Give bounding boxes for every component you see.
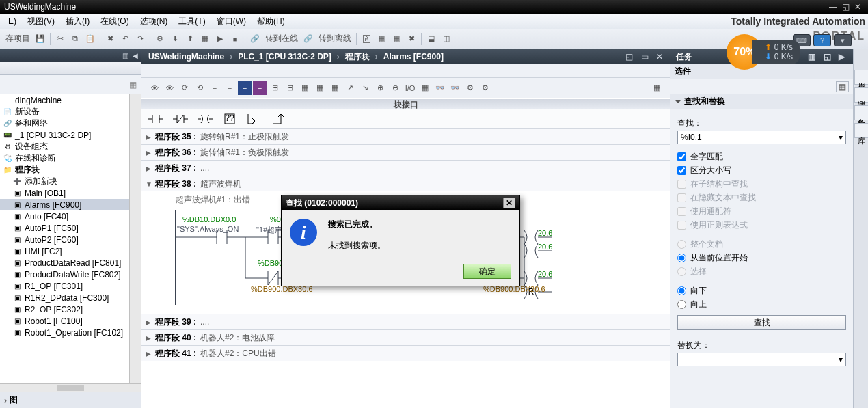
sim-icon[interactable]: ▦ xyxy=(198,32,212,46)
cb-regex[interactable]: 使用正则表达式 xyxy=(677,218,846,232)
r-arrow-icon[interactable]: ▶ xyxy=(839,52,847,62)
lad-coil-icon[interactable] xyxy=(198,113,213,125)
dialog-titlebar[interactable]: 查找 (0102:000001) ✕ xyxy=(282,195,519,210)
copy-icon[interactable]: ⧉ xyxy=(68,32,82,46)
et-6-icon[interactable]: ≡ xyxy=(223,81,236,95)
find-replace-header[interactable]: 查找和替换 xyxy=(670,94,853,109)
menu-edit[interactable]: E) xyxy=(3,16,22,26)
tree-item[interactable]: ▣R2_OP [FC302] xyxy=(0,303,129,315)
go-online-label[interactable]: 转到在线 xyxy=(262,33,301,44)
rb-down[interactable]: 向下 xyxy=(677,284,846,297)
et-3-icon[interactable]: ⟳ xyxy=(178,81,191,95)
segment-header[interactable]: ▶程序段 40 :机器人#2：电池故障 xyxy=(141,330,670,345)
tree-item[interactable]: 📄新设备 xyxy=(0,106,129,118)
paste-icon[interactable]: 📋 xyxy=(83,32,97,46)
rb-selection[interactable]: 选择 xyxy=(677,264,846,278)
find-button[interactable]: 查找 xyxy=(677,315,846,330)
rb-whole-doc[interactable]: 整个文档 xyxy=(677,237,846,251)
caret-right-icon[interactable]: ▶ xyxy=(146,334,155,342)
et-19-icon[interactable]: ▦ xyxy=(418,81,432,95)
et-4-icon[interactable]: ⟲ xyxy=(193,81,206,95)
menu-tools[interactable]: 工具(T) xyxy=(173,16,211,27)
ed-min-icon[interactable]: — xyxy=(610,52,621,62)
et-13-icon[interactable]: ▦ xyxy=(328,81,342,95)
go-online-icon[interactable]: 🔗 xyxy=(248,32,262,46)
et-11-icon[interactable]: ▦ xyxy=(298,81,312,95)
compile-icon[interactable]: ⚙ xyxy=(153,32,167,46)
menu-insert[interactable]: 插入(I) xyxy=(60,16,95,27)
cb-match-case[interactable]: 区分大小写 xyxy=(677,163,846,177)
h-scroll-thumb[interactable] xyxy=(57,385,84,391)
et-opts-icon[interactable]: ▦ xyxy=(650,81,664,95)
c-icon[interactable]: ▦ xyxy=(390,32,403,46)
caret-right-icon[interactable]: ▶ xyxy=(146,149,155,157)
vtab-instructions[interactable]: 指令 xyxy=(854,70,868,85)
tree-item[interactable]: ▣R1_OP [FC301] xyxy=(0,280,129,292)
upload-icon[interactable]: ⬆ xyxy=(183,32,197,46)
segment-header[interactable]: ▶程序段 37 :.... xyxy=(141,161,670,176)
delete-icon[interactable]: ✖ xyxy=(103,32,117,46)
cb-substructure[interactable]: 在子结构中查找 xyxy=(677,177,846,191)
cb-wildcard[interactable]: 使用通配符 xyxy=(677,204,846,218)
et-20-icon[interactable]: 👓 xyxy=(433,81,447,95)
et-15-icon[interactable]: ↘ xyxy=(358,81,372,95)
et-10-icon[interactable]: ⊟ xyxy=(283,81,297,95)
tree-footer-tab[interactable]: › 图 xyxy=(0,392,141,408)
crumb-3[interactable]: Alarms [FC900] xyxy=(381,52,446,62)
tree-item[interactable]: 📁程序块 xyxy=(0,164,129,176)
ed-rest-icon[interactable]: ◱ xyxy=(625,52,636,62)
tree-item[interactable]: ▣Auto [FC40] xyxy=(0,210,129,222)
dropdown-icon[interactable]: ▾ xyxy=(839,355,843,364)
tree-item[interactable]: ▣AutoP1 [FC50] xyxy=(0,222,129,234)
save-icon[interactable]: 💾 xyxy=(33,32,47,46)
caret-right-icon[interactable]: ▶ xyxy=(146,165,155,172)
lad-contact-no-icon[interactable] xyxy=(148,113,163,125)
rb-up[interactable]: 向上 xyxy=(677,297,846,311)
caret-right-icon[interactable]: ▶ xyxy=(146,318,155,326)
et-9-icon[interactable]: ⊞ xyxy=(268,81,282,95)
et-2-icon[interactable]: 👁 xyxy=(163,81,176,95)
tree-item[interactable]: ▣Alarms [FC900] xyxy=(0,199,129,210)
et-17-icon[interactable]: ⊖ xyxy=(388,81,402,95)
save-project-label[interactable]: 存项目 xyxy=(3,33,33,44)
close-icon[interactable]: ✕ xyxy=(852,2,864,12)
ok-button[interactable]: 确定 xyxy=(463,264,511,279)
cut-icon[interactable]: ✂ xyxy=(53,32,67,46)
replace-input[interactable]: ▾ xyxy=(677,353,846,366)
tree-item[interactable]: ⚙设备组态 xyxy=(0,141,129,152)
tree-item[interactable]: 🔗备和网络 xyxy=(0,118,129,129)
r-rest-icon[interactable]: ◱ xyxy=(824,52,834,62)
vtab-tasks[interactable]: 任务 xyxy=(854,105,868,120)
chip-help-icon[interactable]: ? xyxy=(813,34,831,46)
caret-right-icon[interactable]: ▶ xyxy=(146,350,155,357)
dialog-close-icon[interactable]: ✕ xyxy=(503,198,515,208)
tree-item[interactable]: 🩺在线和诊断 xyxy=(0,152,129,164)
tree-item[interactable]: 📟_1 [CPU 313C-2 DP] xyxy=(0,129,129,141)
menu-help[interactable]: 帮助(H) xyxy=(252,16,290,27)
collapse-icon[interactable]: ▥ xyxy=(122,52,128,59)
tree-item[interactable]: ▣Robot1_Operation [FC102] xyxy=(0,327,129,338)
opt-tool-icon[interactable]: ▦ xyxy=(836,81,849,92)
et-16-icon[interactable]: ⊕ xyxy=(373,81,387,95)
tree-item[interactable]: ▣Robot1 [FC100] xyxy=(0,315,129,327)
tree-item[interactable]: ▣ProductDataRead [FC801] xyxy=(0,257,129,269)
et-8-icon[interactable]: ≡ xyxy=(253,81,267,95)
lad-branch-close-icon[interactable] xyxy=(271,113,286,125)
segment-header[interactable]: ▶程序段 39 :.... xyxy=(141,314,670,329)
et-23-icon[interactable]: ⚙ xyxy=(478,81,492,95)
lad-box-icon[interactable]: ?? xyxy=(222,113,237,125)
et-1-icon[interactable]: 👁 xyxy=(148,81,161,95)
et-7-icon[interactable]: ≡ xyxy=(238,81,252,95)
dropdown-icon[interactable]: ▾ xyxy=(839,133,843,142)
r-pin-icon[interactable]: ▥ xyxy=(808,52,818,62)
undo-icon[interactable]: ↶ xyxy=(118,32,132,46)
ed-close-icon[interactable]: ✕ xyxy=(656,52,666,62)
lad-branch-open-icon[interactable] xyxy=(247,113,262,125)
tree-item[interactable]: ➕添加新块 xyxy=(0,176,129,187)
go-offline-icon[interactable]: 🔗 xyxy=(301,32,315,46)
download-icon[interactable]: ⬇ xyxy=(168,32,182,46)
et-5-icon[interactable]: ≡ xyxy=(208,81,221,95)
tree-item[interactable]: ▣AutoP2 [FC60] xyxy=(0,234,129,245)
split-v-icon[interactable]: ◫ xyxy=(439,32,453,46)
crumb-1[interactable]: PLC_1 [CPU 313C-2 DP] xyxy=(235,52,334,62)
